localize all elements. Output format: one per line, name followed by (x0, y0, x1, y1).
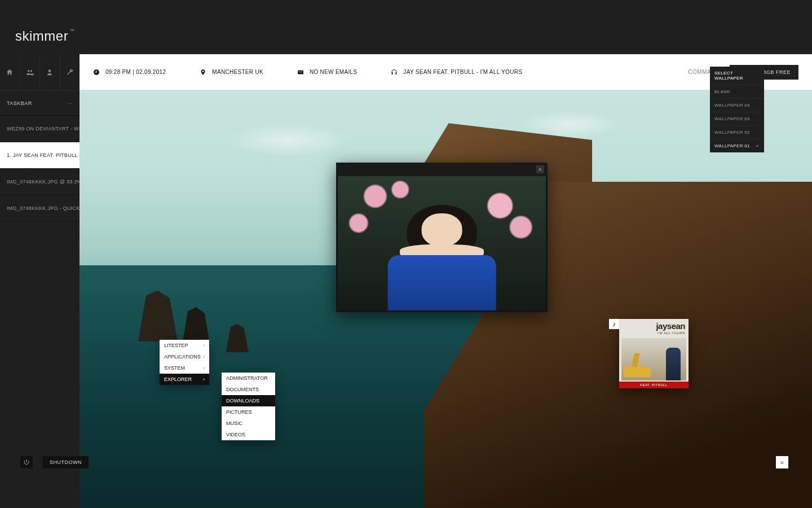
chevron-right-icon: › (203, 365, 205, 371)
context-menu-main: LITESTEP› APPLICATIONS› SYSTEM› EXPLORER… (160, 340, 209, 385)
email-text: NO NEW EMAILS (310, 69, 357, 75)
time-date-text: 09:28 PM | 02.09.2012 (105, 69, 166, 75)
home-icon[interactable] (0, 54, 20, 90)
mail-icon (297, 69, 304, 76)
taskbar-item[interactable]: IMG_0748KKKK.JPG - QUICK ... (0, 195, 80, 222)
expand-button[interactable]: ≈ (776, 456, 788, 468)
album-title: I'M ALL YOURS (657, 331, 685, 335)
menu-item-litestep[interactable]: LITESTEP› (160, 340, 209, 351)
wallpaper-option[interactable]: WALLPAPER 01 (710, 139, 764, 152)
menu-item-system[interactable]: SYSTEM› (160, 362, 209, 374)
submenu-item[interactable]: ADMINISTRATOR (222, 373, 275, 384)
taskbar-item[interactable]: IMG_0748KKKK.JPG @ 33.3%... (0, 169, 80, 195)
wallpaper-menu-header[interactable]: SELECT WALLPAPER (710, 67, 764, 85)
chevron-right-icon: › (203, 376, 205, 382)
person-icon[interactable] (40, 54, 60, 90)
menu-item-applications[interactable]: APPLICATIONS› (160, 351, 209, 362)
album-art-widget[interactable]: ♪ jaysean I'M ALL YOURS FEAT. PITBULL (619, 319, 689, 388)
sidebar-icon-row (0, 54, 80, 90)
taskbar-item[interactable]: WEZ89 ON DEVIANTART - WIN... (0, 116, 80, 142)
brand-text: skimmer (15, 28, 68, 43)
email-group[interactable]: NO NEW EMAILS (297, 69, 357, 76)
headphones-icon (391, 69, 398, 76)
clock-group: 09:28 PM | 02.09.2012 (93, 69, 166, 76)
submenu-item[interactable]: PICTURES (222, 406, 275, 418)
chevron-right-icon: › (203, 354, 205, 360)
location-text: MANCHESTER UK (212, 69, 263, 75)
wallpaper-option-label: WALLPAPER 01 (714, 143, 750, 148)
menu-item-explorer[interactable]: EXPLORER› (160, 374, 209, 385)
sidebar: TASKBAR — WEZ89 ON DEVIANTART - WIN... 1… (0, 54, 80, 508)
taskbar-label: TASKBAR (7, 100, 32, 106)
close-button[interactable]: × (536, 165, 544, 173)
power-button[interactable] (20, 456, 33, 468)
check-icon (755, 144, 760, 148)
album-feat: FEAT. PITBULL (619, 382, 689, 388)
collapse-icon[interactable]: — (68, 100, 73, 106)
submenu-item[interactable]: DOCUMENTS (222, 384, 275, 395)
nowplaying-text: JAY SEAN FEAT. PITBULL - I'M ALL YOURS (403, 69, 522, 75)
taskbar-header[interactable]: TASKBAR — (0, 90, 80, 116)
submenu-item[interactable]: MUSIC (222, 418, 275, 429)
clock-icon (93, 69, 100, 76)
chevron-right-icon: › (203, 343, 205, 348)
window-titlebar[interactable]: × (336, 163, 548, 176)
wallpaper-option[interactable]: WALLPAPER 02 (710, 125, 764, 139)
wallpaper-option[interactable]: BLANK (710, 85, 764, 98)
wrench-icon[interactable] (60, 54, 80, 90)
location-group: MANCHESTER UK (200, 69, 263, 76)
wallpaper-menu: SELECT WALLPAPER BLANK WALLPAPER 04 WALL… (710, 67, 764, 152)
music-note-icon[interactable]: ♪ (609, 319, 619, 329)
shutdown-button[interactable]: SHUTDOWN (43, 456, 89, 468)
nowplaying-group[interactable]: JAY SEAN FEAT. PITBULL - I'M ALL YOURS (391, 69, 522, 76)
people-icon[interactable] (20, 54, 41, 90)
submenu-item[interactable]: VIDEOS (222, 429, 275, 440)
power-icon (23, 459, 30, 466)
wallpaper-option[interactable]: WALLPAPER 04 (710, 98, 764, 112)
taskbar-item[interactable]: 1. JAY SEAN FEAT. PITBULL - I'M... (0, 142, 80, 169)
photo-viewer-window[interactable]: × (336, 163, 548, 312)
expand-icon: ≈ (780, 459, 784, 466)
info-bar: 09:28 PM | 02.09.2012 MANCHESTER UK NO N… (80, 54, 812, 90)
titlebar: skimmer™ (0, 0, 812, 54)
wallpaper-option[interactable]: WALLPAPER 03 (710, 112, 764, 125)
context-submenu-explorer: ADMINISTRATOR DOCUMENTS DOWNLOADS PICTUR… (222, 373, 275, 440)
submenu-item[interactable]: DOWNLOADS (222, 395, 275, 406)
app-logo: skimmer™ (15, 28, 74, 44)
photo-content (338, 176, 546, 310)
pin-icon (200, 69, 206, 76)
album-artist: jaysean (656, 321, 685, 331)
